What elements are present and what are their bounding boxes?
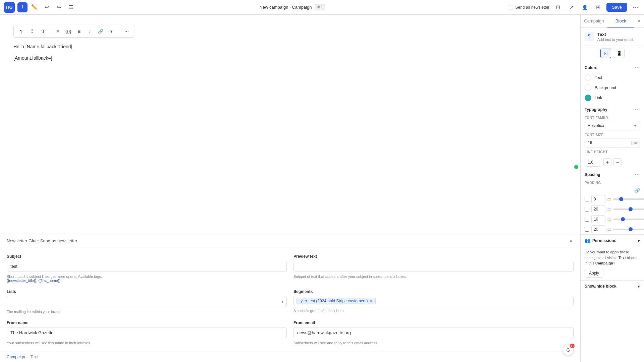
padding-bottom-input[interactable]	[591, 215, 605, 223]
green-dot-indicator	[574, 165, 578, 169]
show-hide-header[interactable]: Show/hide block ▾	[581, 281, 644, 292]
from-email-input[interactable]	[293, 327, 574, 338]
segment-remove-button[interactable]: ×	[370, 299, 372, 303]
apply-button[interactable]: Apply	[585, 269, 603, 278]
line-height-increase[interactable]: +	[603, 158, 611, 166]
tab-campaign[interactable]: Campaign	[581, 15, 607, 27]
text-color-label: Text	[595, 75, 602, 80]
user-icon-btn[interactable]: 👤	[580, 2, 590, 12]
tab-block[interactable]: Block	[607, 15, 634, 27]
padding-left-checkbox[interactable]	[585, 227, 589, 232]
bottom-panel-header: Newsletter Glue: Send as newsletter ▲	[0, 234, 580, 247]
permissions-header[interactable]: 👥 Permissions ▾	[581, 235, 644, 247]
link-color-circle[interactable]	[585, 95, 591, 101]
toolbar-align[interactable]: ≡	[53, 26, 62, 36]
toolbar-more[interactable]: ⋯	[122, 26, 131, 36]
bg-color-circle[interactable]	[585, 84, 591, 91]
chat-widget[interactable]: G 11	[563, 345, 574, 355]
permissions-body: Do you want to apply these settings to a…	[581, 247, 644, 280]
from-email-hint: Subscribers will see and reply to this e…	[293, 341, 574, 345]
from-email-group: From email Subscribers will see and repl…	[293, 320, 574, 345]
mobile-btn[interactable]: 📱	[614, 49, 625, 58]
external-link-btn[interactable]: ↗	[566, 2, 576, 12]
toolbar-chevron[interactable]: ▾	[107, 26, 116, 36]
padding-left-input[interactable]	[591, 225, 605, 233]
padding-right-input[interactable]	[591, 205, 605, 213]
breadcrumb-campaign[interactable]: Campaign	[7, 355, 25, 359]
typography-section-header: Typography ⋯	[581, 103, 644, 115]
more-options-button[interactable]: ⋯	[631, 3, 640, 12]
spacing-more-button[interactable]: ⋯	[635, 171, 640, 178]
desktop-preview-btn[interactable]: ⊡	[553, 2, 563, 12]
font-family-select-wrapper: Helvetica	[585, 121, 640, 130]
line-height-decrease[interactable]: −	[613, 158, 622, 166]
breadcrumb: Campaign › Text	[0, 352, 580, 362]
font-family-label: FONT FAMILY	[585, 116, 640, 120]
edit-button[interactable]: ✏️	[30, 2, 40, 12]
add-button[interactable]: +	[17, 2, 28, 12]
toolbar-arrows[interactable]: ⇅	[38, 26, 47, 36]
padding-top-input[interactable]	[591, 195, 605, 203]
padding-top-unit: px	[607, 197, 611, 201]
colors-title: Colors	[585, 65, 597, 70]
line-height-label-row: LINE HEIGHT	[581, 149, 644, 157]
padding-right-checkbox[interactable]	[585, 207, 589, 212]
font-size-label: FONT SIZE	[585, 133, 640, 137]
colors-more-button[interactable]: ⋯	[635, 64, 640, 71]
subject-label: Subject	[7, 254, 287, 259]
campaign-title: New campaign · Campaign ⌘K	[259, 4, 325, 10]
grid-view-btn[interactable]: ⊞	[593, 2, 603, 12]
subject-tag-link[interactable]: {{newsletter_title}}, {{first_name}}	[7, 279, 60, 283]
padding-bottom-slider[interactable]	[613, 219, 644, 220]
font-family-select[interactable]: Helvetica	[585, 121, 640, 130]
lists-select-wrapper[interactable]	[7, 296, 287, 307]
preview-text-input[interactable]	[293, 261, 574, 272]
padding-right-slider[interactable]	[613, 208, 644, 210]
shortcut-badge: ⌘K	[315, 4, 325, 10]
padding-bottom-row: px	[581, 214, 644, 224]
redo-button[interactable]: ↪	[54, 2, 64, 12]
line-height-input[interactable]	[585, 158, 601, 167]
save-button[interactable]: Save	[606, 3, 627, 12]
close-button[interactable]: ×	[634, 15, 644, 27]
editor-toolbar: ¶ ⠿ ⇅ ≡ {{}} B I 🔗 ▾ ⋯	[13, 25, 134, 38]
padding-bottom-checkbox[interactable]	[585, 217, 589, 222]
undo-button[interactable]: ↩	[42, 2, 52, 12]
padding-top-slider[interactable]	[613, 198, 644, 200]
font-size-input[interactable]	[585, 138, 631, 147]
lists-select[interactable]	[7, 296, 287, 307]
typography-more-button[interactable]: ⋯	[635, 106, 640, 113]
toolbar-link[interactable]: 🔗	[96, 26, 105, 36]
toolbar-bold[interactable]: B	[74, 26, 84, 36]
subject-input[interactable]	[7, 261, 287, 272]
from-name-group: From name Your subscribers will see this…	[7, 320, 287, 345]
collapse-button[interactable]: ▲	[568, 238, 574, 244]
toolbar-grid[interactable]: ⠿	[27, 26, 37, 36]
padding-top-checkbox[interactable]	[585, 197, 589, 201]
preview-hint: Snippet of text that appears after your …	[293, 275, 574, 279]
from-name-input[interactable]	[7, 327, 287, 338]
editor-text-content[interactable]: Hello [Name,fallback=friend], [Amount,fa…	[13, 43, 567, 62]
editor-line-2[interactable]: [Amount,fallback=]	[13, 54, 567, 62]
toolbar-divider-2	[119, 28, 119, 35]
editor-area[interactable]: ¶ ⠿ ⇅ ≡ {{}} B I 🔗 ▾ ⋯ Hello [Name,fallb…	[0, 15, 580, 234]
colors-section-header: Colors ⋯	[581, 61, 644, 73]
toolbar-paragraph[interactable]: ¶	[16, 26, 26, 36]
toolbar-code[interactable]: {{}}	[64, 26, 73, 36]
segments-select[interactable]	[378, 299, 571, 304]
send-newsletter-label[interactable]: Send as newsletter	[509, 5, 549, 10]
desktop-btn[interactable]: ⊡	[600, 49, 611, 58]
segment-tag: tyler-test (2024 paid Stripe customers) …	[297, 298, 376, 304]
text-color-circle[interactable]	[585, 74, 591, 81]
list-button[interactable]: ☰	[66, 2, 76, 12]
editor-line-1[interactable]: Hello [Name,fallback=friend],	[13, 43, 567, 50]
block-info-text: Text Add text to your email.	[597, 32, 634, 42]
padding-top-row: px	[581, 194, 644, 204]
toolbar-italic[interactable]: I	[85, 26, 95, 36]
show-hide-section: Show/hide block ▾	[581, 280, 644, 292]
padding-link-button[interactable]: 🔗	[634, 188, 640, 193]
logo: HG	[4, 2, 15, 13]
right-panel-tabs-row: Campaign Block ×	[581, 15, 644, 28]
padding-left-slider[interactable]	[613, 229, 644, 230]
send-newsletter-checkbox[interactable]	[509, 5, 513, 9]
